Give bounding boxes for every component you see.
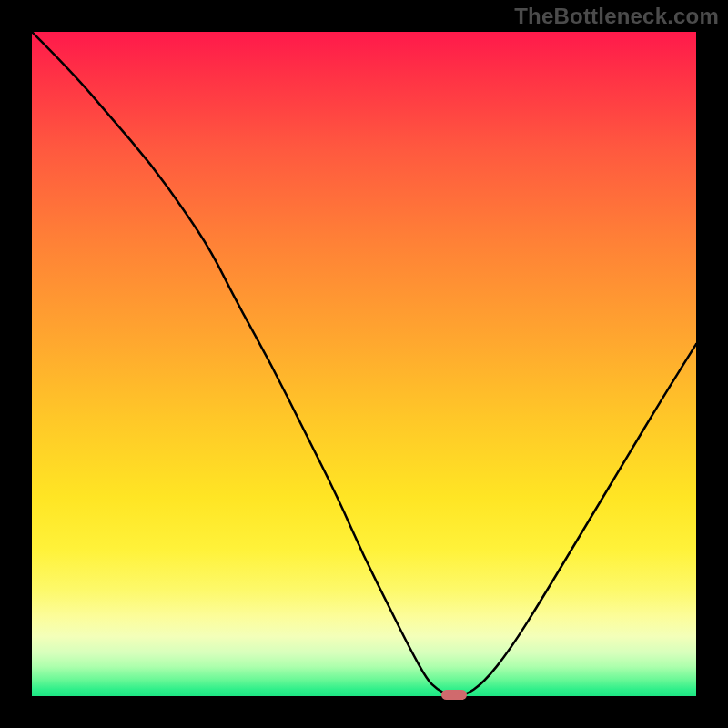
optimal-marker: [441, 690, 467, 700]
chart-frame: TheBottleneck.com: [0, 0, 728, 728]
curve-layer: [32, 32, 696, 696]
plot-area: [32, 32, 696, 696]
bottleneck-curve: [32, 32, 696, 696]
watermark-text: TheBottleneck.com: [514, 4, 719, 29]
